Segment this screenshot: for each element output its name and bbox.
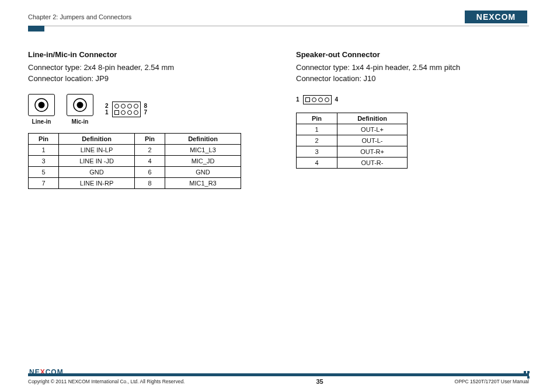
pin-label-1: 1: [105, 109, 109, 116]
pin-table-left: Pin Definition Pin Definition 1LINE IN-L…: [28, 133, 241, 189]
section-title: Speaker-out Connector: [296, 50, 529, 59]
section-speaker-out: Speaker-out Connector Connector type: 1x…: [296, 50, 529, 189]
page-footer: NEXCOM Copyright © 2011 NEXCOM Internati…: [28, 373, 529, 385]
table-row: 2OUT-L-: [297, 135, 408, 146]
col-pin: Pin: [135, 133, 165, 144]
pin-table-right: Pin Definition 1OUT-L+ 2OUT-L- 3OUT-R+ 4…: [296, 113, 408, 169]
table-row: 3OUT-R+: [297, 146, 408, 157]
pin-header-2x4-icon: 2 1 8 7: [105, 102, 147, 117]
pin-label-8: 8: [144, 103, 148, 109]
section-line-in-mic-in: Line-in/Mic-in Connector Connector type:…: [28, 50, 261, 189]
col-definition: Definition: [337, 113, 408, 124]
connector-type: Connector type: 2x4 8-pin header, 2.54 m…: [28, 62, 261, 74]
pin-label-2: 2: [105, 103, 109, 109]
table-row: 7LINE IN-RP8MIC1_R3: [29, 177, 241, 188]
mic-in-jack-icon: [67, 94, 93, 116]
table-row: 3LINE IN -JD4MIC_JD: [29, 155, 241, 166]
table-row: 1LINE IN-LP2MIC1_L3: [29, 144, 241, 155]
line-in-jack-icon: [28, 94, 55, 116]
svg-point-3: [77, 102, 83, 108]
col-pin: Pin: [297, 113, 337, 124]
col-definition: Definition: [165, 133, 241, 144]
connector-location: Connector location: JP9: [28, 74, 261, 85]
brand-logo-top: NEXCOM: [465, 10, 529, 23]
mic-in-label: Mic-in: [72, 118, 89, 125]
pin-label-7: 7: [144, 109, 148, 116]
line-in-label: Line-in: [32, 118, 51, 125]
pin-header-1x4-icon: 1 4: [296, 95, 529, 104]
connector-location: Connector location: J10: [296, 74, 529, 85]
page-number: 35: [316, 378, 323, 385]
pin-label-4: 4: [335, 96, 339, 103]
copyright-text: Copyright © 2011 NEXCOM International Co…: [28, 379, 184, 384]
connector-type: Connector type: 1x4 4-pin header, 2.54 m…: [296, 62, 529, 74]
col-pin: Pin: [29, 133, 59, 144]
col-definition: Definition: [59, 133, 135, 144]
table-row: 5GND6GND: [29, 166, 241, 177]
pin-label-1: 1: [296, 96, 300, 103]
svg-point-1: [39, 102, 45, 108]
divider-top: [28, 26, 529, 26]
tab-mark: [28, 26, 44, 32]
manual-name: OPPC 1520T/1720T User Manual: [455, 379, 529, 384]
table-row: 4OUT-R-: [297, 157, 408, 168]
section-title: Line-in/Mic-in Connector: [28, 50, 261, 59]
chapter-title: Chapter 2: Jumpers and Connectors: [28, 13, 131, 20]
table-row: 1OUT-L+: [297, 124, 408, 135]
